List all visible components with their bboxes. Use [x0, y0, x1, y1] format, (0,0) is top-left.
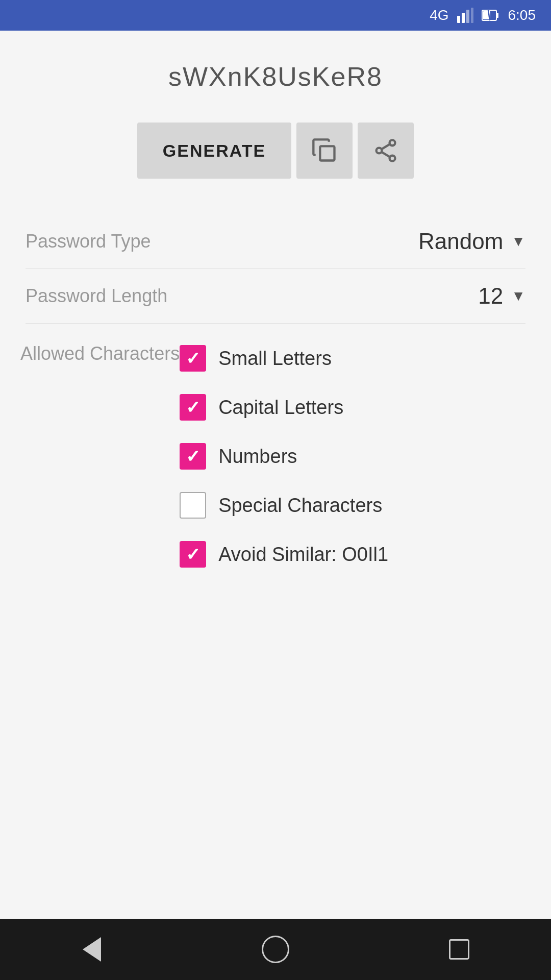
svg-rect-0: [457, 16, 460, 23]
home-icon: [262, 936, 289, 963]
checkbox-row-numbers[interactable]: ✓ Numbers: [180, 437, 531, 476]
svg-line-13: [382, 152, 390, 157]
password-length-row[interactable]: Password Length 12 ▼: [26, 269, 525, 324]
signal-icon: [457, 8, 473, 23]
password-type-label: Password Type: [26, 231, 151, 252]
copy-button[interactable]: [296, 122, 353, 179]
checkbox-label-special-characters: Special Characters: [218, 495, 382, 517]
password-length-label: Password Length: [26, 285, 167, 307]
checkboxes-column: ✓ Small Letters ✓ Capital Letters ✓ Numb…: [180, 339, 531, 574]
password-length-value-container[interactable]: 12 ▼: [478, 283, 525, 309]
checkbox-capital-letters[interactable]: ✓: [180, 394, 206, 421]
password-display: sWXnK8UsKeR8: [168, 61, 383, 92]
password-type-dropdown-arrow: ▼: [511, 233, 525, 250]
checkbox-special-characters[interactable]: [180, 492, 206, 519]
recent-apps-icon: [449, 939, 469, 960]
svg-rect-1: [462, 13, 465, 23]
checkbox-row-special-characters[interactable]: Special Characters: [180, 486, 531, 525]
status-bar: 4G 6:05: [0, 0, 551, 31]
svg-rect-8: [320, 146, 335, 160]
checkmark-capital-letters: ✓: [186, 399, 200, 416]
svg-point-9: [390, 140, 395, 145]
checkbox-row-avoid-similar[interactable]: ✓ Avoid Similar: O0Il1: [180, 535, 531, 574]
copy-icon: [311, 137, 338, 164]
back-icon: [83, 937, 101, 962]
action-buttons: GENERATE: [137, 122, 414, 179]
checkbox-label-numbers: Numbers: [218, 446, 297, 468]
generate-button[interactable]: GENERATE: [137, 122, 291, 179]
share-button[interactable]: [358, 122, 414, 179]
settings-section: Password Type Random ▼ Password Length 1…: [20, 214, 531, 324]
svg-point-11: [390, 156, 395, 161]
svg-rect-3: [471, 8, 473, 23]
password-length-dropdown-arrow: ▼: [511, 288, 525, 304]
signal-indicator: 4G: [430, 7, 448, 23]
password-type-row[interactable]: Password Type Random ▼: [26, 214, 525, 269]
password-type-value: Random: [418, 229, 503, 254]
navigation-bar: [0, 919, 551, 980]
checkbox-row-capital-letters[interactable]: ✓ Capital Letters: [180, 388, 531, 427]
nav-home-button[interactable]: [255, 929, 296, 970]
svg-rect-5: [496, 13, 498, 18]
time-display: 6:05: [508, 7, 536, 23]
svg-line-12: [382, 144, 390, 150]
password-length-value: 12: [478, 283, 503, 309]
nav-back-button[interactable]: [71, 929, 112, 970]
password-type-value-container[interactable]: Random ▼: [418, 229, 525, 254]
checkmark-numbers: ✓: [186, 448, 200, 465]
svg-rect-2: [466, 10, 469, 23]
main-content: sWXnK8UsKeR8 GENERATE Password Type: [0, 31, 551, 919]
checkbox-label-small-letters: Small Letters: [218, 348, 332, 370]
checkbox-label-avoid-similar: Avoid Similar: O0Il1: [218, 544, 388, 566]
checkbox-small-letters[interactable]: ✓: [180, 345, 206, 372]
share-icon: [372, 137, 399, 164]
checkbox-label-capital-letters: Capital Letters: [218, 397, 343, 419]
checkbox-row-small-letters[interactable]: ✓ Small Letters: [180, 339, 531, 378]
checkbox-numbers[interactable]: ✓: [180, 443, 206, 470]
svg-point-10: [377, 148, 382, 154]
battery-icon: [482, 8, 500, 22]
checkmark-small-letters: ✓: [186, 350, 200, 367]
allowed-characters-label: Allowed Characters: [20, 339, 180, 364]
allowed-characters-section: Allowed Characters ✓ Small Letters ✓ Cap…: [20, 324, 531, 589]
checkbox-avoid-similar[interactable]: ✓: [180, 541, 206, 568]
nav-recent-button[interactable]: [439, 929, 480, 970]
checkmark-avoid-similar: ✓: [186, 546, 200, 563]
